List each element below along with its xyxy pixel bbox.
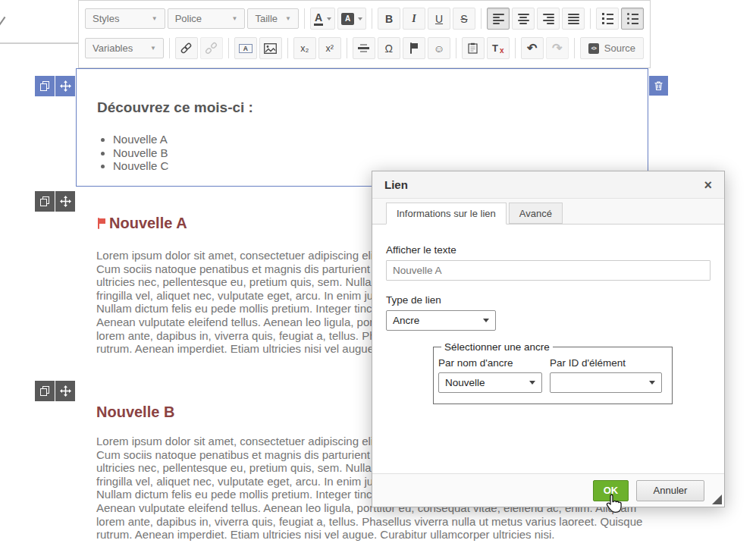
display-text-label: Afficher le texte xyxy=(386,244,711,256)
anchor-fieldset: Sélectionner une ancre Par nom d'ancre N… xyxy=(433,341,673,404)
unlink-icon xyxy=(205,42,218,55)
subscript-icon: x₂ xyxy=(300,43,309,54)
resize-handle[interactable] xyxy=(712,495,722,504)
numbered-list-button[interactable] xyxy=(596,8,619,30)
toolbar-separator xyxy=(372,8,372,29)
chevron-down-icon: ▼ xyxy=(285,15,291,22)
toolbar-separator xyxy=(574,38,575,58)
link-type-select[interactable]: Ancre xyxy=(386,310,496,331)
dialog-body: Afficher le texte Type de lien Ancre Sél… xyxy=(372,225,724,404)
tab-link-info[interactable]: Informations sur le lien xyxy=(386,203,507,225)
anchor-by-id-select[interactable] xyxy=(550,372,662,393)
toolbar-row-2: Variables ▼ A x₂ x² Ω ☺ Tx xyxy=(85,33,644,63)
horizontal-rule-button[interactable] xyxy=(353,37,375,59)
selected-widget-block[interactable]: Découvrez ce mois-ci : Nouvelle A Nouvel… xyxy=(76,68,648,187)
font-combo[interactable]: Police ▼ xyxy=(168,8,246,29)
toolbar-separator xyxy=(304,8,305,29)
anchor-by-id-label: Par ID d'élément xyxy=(550,357,662,369)
bulleted-list-button[interactable] xyxy=(621,8,644,30)
align-center-icon xyxy=(518,14,529,24)
chevron-down-icon xyxy=(327,17,331,20)
list-item[interactable]: Nouvelle A xyxy=(113,133,648,146)
copy-icon xyxy=(40,81,49,91)
close-icon: × xyxy=(704,177,712,193)
page-corner-mark xyxy=(0,17,5,27)
article-heading: Nouvelle B xyxy=(96,404,174,421)
image-button[interactable] xyxy=(259,37,282,59)
delete-widget-button[interactable] xyxy=(649,76,668,96)
copy-icon xyxy=(40,386,49,396)
link-type-value: Ancre xyxy=(393,315,419,326)
size-combo[interactable]: Taille ▼ xyxy=(247,8,299,29)
remove-format-button[interactable]: Tx xyxy=(487,37,510,59)
widget-handles-article-b xyxy=(35,381,75,401)
text-color-button[interactable]: A xyxy=(310,8,335,30)
tab-advanced[interactable]: Avancé xyxy=(509,203,563,224)
text-color-icon: A xyxy=(314,12,323,26)
toolbar-separator xyxy=(169,38,170,58)
text-field-icon: A xyxy=(239,44,253,53)
close-button[interactable]: × xyxy=(704,178,712,192)
align-left-button[interactable] xyxy=(487,8,510,30)
article-heading: Nouvelle A xyxy=(109,215,187,232)
paste-icon xyxy=(468,42,478,54)
cancel-button[interactable]: Annuler xyxy=(636,480,704,501)
styles-combo[interactable]: Styles ▼ xyxy=(85,8,165,29)
move-widget-handle[interactable] xyxy=(55,76,75,96)
anchor-marker-icon xyxy=(96,218,107,230)
move-widget-handle[interactable] xyxy=(55,381,75,401)
underline-button[interactable]: U xyxy=(428,8,450,30)
redo-button[interactable]: ↷ xyxy=(546,37,569,59)
chevron-down-icon: ▼ xyxy=(152,15,158,22)
paste-button[interactable] xyxy=(462,37,485,59)
select-caret-icon xyxy=(529,381,535,385)
smiley-button[interactable]: ☺ xyxy=(428,37,450,59)
variables-combo-label: Variables xyxy=(93,42,133,54)
widget-handles-toc xyxy=(35,76,75,96)
justify-button[interactable] xyxy=(562,8,585,30)
copy-widget-button[interactable] xyxy=(35,76,55,96)
source-icon: <> xyxy=(588,43,599,54)
strikethrough-icon: S xyxy=(460,13,467,25)
trash-icon xyxy=(654,80,663,91)
align-center-button[interactable] xyxy=(512,8,535,30)
strikethrough-button[interactable]: S xyxy=(453,8,475,30)
editor-top-border xyxy=(0,42,78,44)
list-item[interactable]: Nouvelle B xyxy=(113,146,648,160)
anchor-by-name-select[interactable]: Nouvelle xyxy=(438,372,542,393)
undo-button[interactable]: ↶ xyxy=(521,37,544,59)
link-type-label: Type de lien xyxy=(386,294,711,306)
display-text-input[interactable] xyxy=(386,260,711,281)
subscript-button[interactable]: x₂ xyxy=(293,37,316,59)
anchor-by-name-field: Par nom d'ancre Nouvelle xyxy=(438,357,542,393)
source-button[interactable]: <> Source xyxy=(580,37,644,59)
dialog-titlebar[interactable]: Lien × xyxy=(372,171,724,199)
toc-list: Nouvelle A Nouvelle B Nouvelle C xyxy=(97,133,648,173)
styles-combo-label: Styles xyxy=(93,13,119,24)
italic-button[interactable]: I xyxy=(403,8,425,30)
move-icon xyxy=(60,385,71,397)
widget-handles-article-a xyxy=(35,191,75,212)
text-field-button[interactable]: A xyxy=(234,37,257,59)
select-caret-icon xyxy=(649,381,655,385)
copy-widget-button[interactable] xyxy=(35,381,55,401)
move-widget-handle[interactable] xyxy=(55,191,75,212)
variables-combo[interactable]: Variables ▼ xyxy=(85,38,164,58)
anchor-by-name-label: Par nom d'ancre xyxy=(438,357,542,369)
copy-widget-button[interactable] xyxy=(35,191,55,212)
toolbar-separator xyxy=(347,38,347,58)
bold-button[interactable]: B xyxy=(378,8,400,30)
unlink-button[interactable] xyxy=(200,37,223,59)
anchor-button[interactable] xyxy=(403,37,425,59)
align-left-icon xyxy=(493,14,504,24)
toolbar-separator xyxy=(590,8,591,29)
justify-icon xyxy=(568,14,579,24)
toolbar-separator xyxy=(515,38,516,58)
superscript-button[interactable]: x² xyxy=(318,37,341,59)
undo-icon: ↶ xyxy=(527,41,537,55)
dialog-tabs: Informations sur le lien Avancé xyxy=(372,199,724,225)
align-right-button[interactable] xyxy=(537,8,560,30)
link-button[interactable] xyxy=(175,37,198,59)
special-character-button[interactable]: Ω xyxy=(378,37,400,59)
background-color-button[interactable]: A xyxy=(337,8,366,30)
